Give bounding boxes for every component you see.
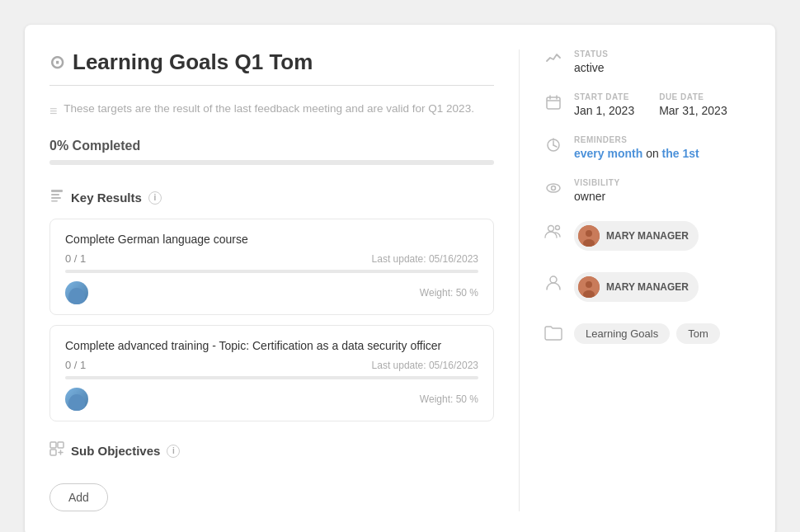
sub-objectives-icon — [49, 441, 64, 460]
reminders-label: REMINDERS — [574, 135, 699, 144]
key-results-info-icon[interactable]: i — [148, 191, 162, 205]
svg-rect-6 — [50, 450, 56, 455]
sidebar-dates: START DATE Jan 1, 2023 DUE DATE Mar 31, … — [574, 92, 727, 117]
menu-lines-icon: ≡ — [49, 104, 57, 119]
tag-learning-goals: Learning Goals — [574, 323, 670, 344]
managers-icon — [544, 223, 562, 243]
add-sub-objective-button[interactable]: Add — [49, 483, 108, 511]
sidebar-dates-content: START DATE Jan 1, 2023 DUE DATE Mar 31, … — [574, 92, 727, 117]
sidebar-tags-content: Learning Goals Tom — [574, 323, 720, 344]
svg-rect-3 — [51, 200, 58, 202]
svg-point-17 — [547, 184, 560, 192]
svg-point-26 — [586, 281, 592, 288]
kr-1-weight: Weight: 50 % — [420, 287, 478, 299]
key-results-header: Key Results i — [49, 188, 494, 207]
sidebar-managers-content: MARY MANAGER — [574, 221, 699, 254]
progress-label: 0% Completed — [49, 139, 494, 153]
visibility-label: VISIBILITY — [574, 178, 620, 187]
sidebar-person-row: MARY MANAGER — [544, 272, 751, 305]
page-title: ⊙ Learning Goals Q1 Tom — [49, 49, 494, 75]
kr-1-meta: 0 / 1 Last update: 05/16/2023 — [65, 252, 478, 265]
sub-objectives-title: Sub Objectives — [71, 444, 160, 458]
sidebar-dates-row: START DATE Jan 1, 2023 DUE DATE Mar 31, … — [544, 92, 751, 117]
person-icon — [544, 274, 562, 294]
kr-2-last-update: Last update: 05/16/2023 — [372, 360, 478, 371]
manager-1-avatar — [578, 225, 600, 247]
start-date-value: Jan 1, 2023 — [574, 104, 634, 117]
due-date-label: DUE DATE — [659, 92, 727, 101]
svg-rect-9 — [547, 97, 560, 109]
sidebar: STATUS active START — [520, 49, 751, 511]
status-value: active — [574, 61, 609, 74]
kr-1-avatar — [65, 281, 88, 304]
kr-2-meta: 0 / 1 Last update: 05/16/2023 — [65, 359, 478, 371]
manager-1-chip: MARY MANAGER — [574, 221, 699, 251]
kr-2-progress-bar — [65, 376, 478, 379]
settings-icon: ⊙ — [49, 52, 64, 73]
kr-1-last-update: Last update: 05/16/2023 — [372, 253, 478, 265]
svg-point-22 — [586, 230, 592, 237]
kr-1-title: Complete German language course — [65, 233, 478, 246]
visibility-value: owner — [574, 190, 620, 203]
sub-objectives-info-icon[interactable]: i — [167, 445, 180, 458]
reminders-highlight-1: every month — [574, 147, 642, 160]
sidebar-status-row: STATUS active — [544, 49, 751, 74]
folder-icon — [544, 325, 562, 346]
due-date-value: Mar 31, 2023 — [659, 104, 727, 117]
status-icon — [544, 51, 562, 72]
start-date-label: START DATE — [574, 92, 634, 101]
svg-rect-4 — [50, 442, 56, 448]
sidebar-visibility-row: VISIBILITY owner — [544, 178, 751, 203]
sidebar-managers-row: MARY MANAGER — [544, 221, 751, 254]
reminders-text-on: on — [646, 147, 661, 160]
title-divider — [49, 85, 494, 86]
manager-2-avatar — [578, 276, 600, 298]
svg-rect-0 — [51, 190, 63, 192]
manager-2-chip: MARY MANAGER — [574, 272, 699, 302]
manager-2-name: MARY MANAGER — [606, 281, 689, 293]
sidebar-visibility-content: VISIBILITY owner — [574, 178, 620, 203]
reminders-value: every month on the 1st — [574, 147, 699, 160]
kr-1-progress-bar — [65, 270, 478, 273]
kr-2-weight: Weight: 50 % — [420, 393, 478, 405]
sub-objectives-header: Sub Objectives i — [49, 441, 494, 460]
status-label: STATUS — [574, 49, 609, 59]
reminder-icon — [544, 137, 562, 158]
key-results-icon — [49, 188, 64, 207]
svg-rect-2 — [51, 197, 61, 199]
visibility-icon — [544, 180, 562, 200]
calendar-icon — [544, 94, 562, 115]
svg-rect-5 — [58, 442, 64, 448]
svg-point-18 — [552, 186, 556, 191]
kr-2-progress: 0 / 1 — [65, 359, 86, 371]
sidebar-tags-row: Learning Goals Tom — [544, 323, 751, 346]
key-result-card-1: Complete German language course 0 / 1 La… — [49, 219, 494, 315]
svg-line-15 — [553, 145, 557, 147]
kr-1-progress: 0 / 1 — [65, 252, 86, 265]
due-date-group: DUE DATE Mar 31, 2023 — [659, 92, 727, 117]
manager-1-name: MARY MANAGER — [606, 230, 689, 242]
sidebar-reminders-row: REMINDERS every month on the 1st — [544, 135, 751, 160]
progress-bar — [49, 160, 494, 165]
key-results-title: Key Results — [71, 191, 142, 205]
start-date-group: START DATE Jan 1, 2023 — [574, 92, 634, 117]
kr-1-bottom: Weight: 50 % — [65, 281, 478, 304]
reminders-highlight-2: the 1st — [662, 147, 699, 160]
sub-objectives-section: Sub Objectives i Add — [49, 441, 494, 511]
sidebar-person-content: MARY MANAGER — [574, 272, 699, 305]
key-result-card-2: Complete advanced training - Topic: Cert… — [49, 325, 494, 421]
kr-2-avatar — [65, 388, 88, 411]
kr-2-title: Complete advanced training - Topic: Cert… — [65, 339, 478, 352]
sidebar-reminders-content: REMINDERS every month on the 1st — [574, 135, 699, 160]
tag-tom: Tom — [676, 323, 720, 344]
svg-rect-1 — [51, 194, 59, 195]
tags-row: Learning Goals Tom — [574, 323, 720, 344]
svg-point-20 — [556, 226, 560, 230]
svg-point-19 — [548, 226, 554, 232]
svg-point-24 — [550, 276, 557, 283]
kr-2-bottom: Weight: 50 % — [65, 388, 478, 411]
sidebar-status-content: STATUS active — [574, 49, 609, 74]
description-text: ≡ These targets are the result of the la… — [49, 102, 494, 119]
